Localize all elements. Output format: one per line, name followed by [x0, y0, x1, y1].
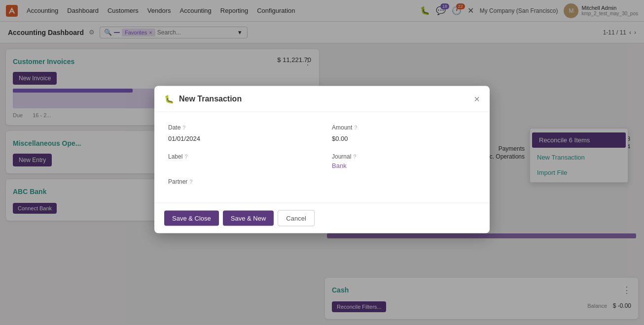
save-close-button[interactable]: Save & Close: [164, 211, 219, 226]
label-field: Label ?: [168, 153, 312, 169]
date-field: Date ? 01/01/2024: [168, 124, 312, 144]
label-value[interactable]: [168, 162, 312, 166]
modal-form: Date ? 01/01/2024 Amount ? $0.00 Label ?: [168, 124, 476, 191]
partner-label: Partner ?: [168, 178, 312, 185]
journal-label: Journal ?: [332, 153, 476, 160]
modal-bug-icon: 🐛: [164, 94, 174, 103]
amount-field: Amount ? $0.00: [332, 124, 476, 144]
date-value[interactable]: 01/01/2024: [168, 133, 312, 144]
partner-field: Partner ?: [168, 178, 312, 191]
save-new-button[interactable]: Save & New: [223, 211, 274, 226]
amount-value[interactable]: $0.00: [332, 133, 476, 144]
journal-help-icon: ?: [353, 154, 356, 160]
modal-header: 🐛 New Transaction ×: [154, 86, 490, 112]
date-help-icon: ?: [182, 125, 185, 130]
label-label: Label ?: [168, 153, 312, 160]
partner-value[interactable]: [168, 187, 312, 191]
modal-footer: Save & Close Save & New Cancel: [154, 203, 490, 233]
label-help-icon: ?: [184, 154, 187, 160]
modal-close-button[interactable]: ×: [474, 94, 480, 104]
date-label: Date ?: [168, 124, 312, 131]
modal-title: New Transaction: [179, 95, 242, 103]
modal-body: Date ? 01/01/2024 Amount ? $0.00 Label ?: [154, 112, 490, 203]
partner-help-icon: ?: [189, 179, 192, 185]
new-transaction-modal: 🐛 New Transaction × Date ? 01/01/2024 Am…: [154, 86, 490, 233]
amount-label: Amount ?: [332, 124, 476, 131]
cancel-button[interactable]: Cancel: [278, 210, 314, 227]
amount-help-icon: ?: [354, 125, 357, 130]
journal-value[interactable]: Bank: [332, 162, 476, 169]
journal-field: Journal ? Bank: [332, 153, 476, 169]
